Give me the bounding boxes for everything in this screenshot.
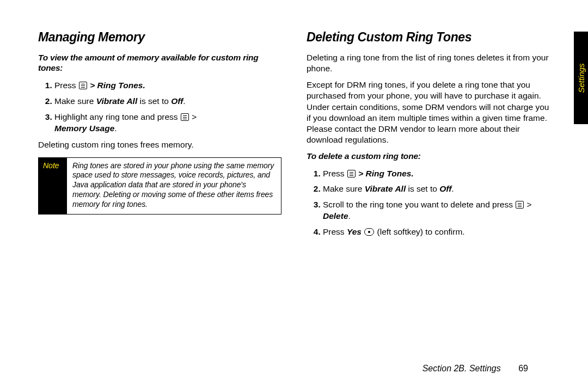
left-column: Managing Memory To view the amount of me… — [38, 30, 281, 370]
step-bold: Vibrate All — [365, 184, 406, 193]
page-footer: Section 2B. Settings 69 — [0, 364, 588, 373]
step-text: Press — [54, 81, 78, 90]
softkey-icon — [364, 228, 374, 236]
manual-page: Managing Memory To view the amount of me… — [0, 0, 588, 392]
step-text: Highlight any ring tone and press — [54, 112, 180, 121]
subheading: To delete a custom ring tone: — [307, 151, 550, 161]
step-text: Scroll to the ring tone you want to dele… — [323, 200, 515, 209]
step-action: Ring Tones. — [366, 169, 414, 178]
paragraph-1: Deleting a ring tone from the list of ri… — [307, 52, 550, 74]
step-item: Make sure Vibrate All is set to Off. — [323, 183, 550, 195]
heading-deleting-ring-tones: Deleting Custom Ring Tones — [307, 30, 550, 45]
note-body: Ring tones are stored in your phone usin… — [67, 158, 281, 215]
page-number: 69 — [518, 364, 528, 373]
right-column: Deleting Custom Ring Tones Deleting a ri… — [307, 30, 550, 370]
step-text: (left softkey) to confirm. — [377, 227, 465, 236]
step-action: Ring Tones. — [97, 81, 145, 90]
menu-key-icon — [181, 113, 189, 121]
step-text: . — [451, 184, 454, 193]
step-bold: Yes — [347, 227, 362, 236]
menu-key-icon — [79, 82, 87, 89]
footer-section: Section 2B. Settings — [422, 364, 501, 373]
step-text: Make sure — [54, 96, 96, 106]
step-text: . — [183, 96, 185, 106]
step-bold: Off — [439, 184, 451, 193]
step-text: is set to — [137, 96, 171, 106]
step-text: . — [114, 124, 117, 133]
step-action: Delete — [323, 211, 348, 220]
steps-list-right: Press > Ring Tones. Make sure Vibrate Al… — [307, 168, 550, 238]
side-tab-settings: Settings — [574, 32, 588, 124]
step-item: Press > Ring Tones. — [323, 168, 550, 180]
heading-managing-memory: Managing Memory — [38, 30, 281, 45]
steps-list-left: Press > Ring Tones. Make sure Vibrate Al… — [38, 80, 281, 134]
step-text: . — [348, 211, 351, 220]
after-text: Deleting custom ring tones frees memory. — [38, 139, 281, 150]
paragraph-2: Except for DRM ring tones, if you delete… — [307, 79, 550, 145]
intro-text: To view the amount of memory available f… — [38, 52, 281, 74]
step-bold: Off — [171, 96, 183, 106]
step-bold: Vibrate All — [96, 96, 138, 106]
step-text: Press — [323, 227, 347, 236]
menu-key-icon — [347, 170, 356, 177]
note-label: Note — [39, 158, 67, 215]
step-item: Highlight any ring tone and press > Memo… — [54, 112, 281, 134]
step-item: Press > Ring Tones. — [54, 80, 281, 91]
step-text: is set to — [406, 184, 439, 193]
side-tab-label: Settings — [577, 63, 586, 93]
step-item: Press Yes (left softkey) to confirm. — [323, 226, 550, 238]
step-text: Make sure — [323, 184, 365, 193]
step-item: Make sure Vibrate All is set to Off. — [54, 96, 281, 107]
step-text: Press — [323, 169, 347, 178]
menu-key-icon — [516, 201, 524, 209]
step-item: Scroll to the ring tone you want to dele… — [323, 199, 550, 222]
step-action: Memory Usage — [54, 124, 114, 133]
note-box: Note Ring tones are stored in your phone… — [38, 157, 281, 215]
